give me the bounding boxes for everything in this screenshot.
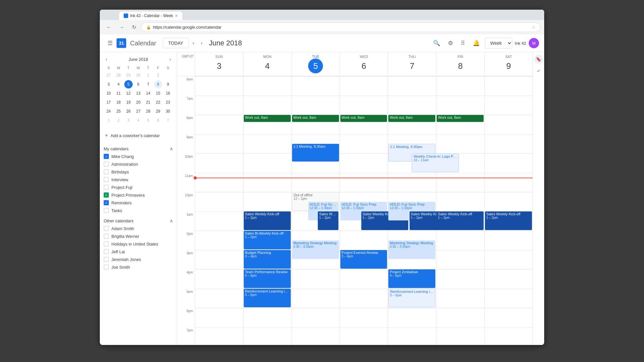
cell-4pm-day6[interactable] <box>484 269 533 289</box>
brigitta-checkbox[interactable] <box>104 234 109 239</box>
event-25[interactable]: Sales Weekly Kick-off1 – 2pm <box>485 211 532 230</box>
holidays-checkbox[interactable] <box>104 241 109 246</box>
cell-5pm-day6[interactable] <box>484 289 533 308</box>
birthdays-checkbox[interactable] <box>104 169 109 174</box>
cell-6pm-day4[interactable] <box>388 308 436 327</box>
cell-7pm-day4[interactable] <box>388 327 436 345</box>
cell-7am-day1[interactable] <box>243 96 291 115</box>
bookmark-icon[interactable]: ☆ <box>532 25 535 30</box>
cell-4pm-day0[interactable] <box>195 269 243 289</box>
cell-11am-day6[interactable] <box>484 173 533 192</box>
calendar-item-brigitta[interactable]: Brigitta Werner <box>104 232 173 240</box>
event-1[interactable]: Sales Weekly Kick-off1 – 2pm <box>244 211 291 230</box>
event-24[interactable]: Sales Weekly Kick-off1 – 2pm <box>437 211 484 230</box>
cell-2pm-day6[interactable] <box>484 231 533 250</box>
search-button[interactable]: 🔍 <box>431 37 443 49</box>
back-button[interactable]: ← <box>104 23 114 32</box>
add-coworker-button[interactable]: + Add a coworker's calendar <box>104 130 173 141</box>
event-22[interactable]: Reinforcement Learning in G Suite5 – 6pm <box>388 289 435 307</box>
cell-6pm-day2[interactable] <box>291 308 340 327</box>
cell-11am-day2[interactable] <box>291 173 340 192</box>
prev-week-button[interactable]: ‹ <box>190 38 197 48</box>
settings-button[interactable]: ⚙ <box>445 37 456 49</box>
cell-7am-day5[interactable] <box>436 96 484 115</box>
cell-7am-day4[interactable] <box>388 96 436 115</box>
event-out-of-office[interactable]: ✉Out of office12 – 1pm <box>244 192 291 211</box>
cell-5pm-day3[interactable] <box>340 289 388 308</box>
cell-6am-day2[interactable] <box>291 76 340 96</box>
cell-12pm-day0[interactable] <box>195 192 243 211</box>
event-23[interactable]: Work out, 8am <box>437 115 484 122</box>
cell-9am-day6[interactable] <box>484 134 533 153</box>
cell-7pm-day3[interactable] <box>340 327 388 345</box>
cell-11am-day4[interactable] <box>388 173 436 192</box>
event-10[interactable]: Marketing Strategy Meeting2:30 – 3:30pm <box>292 240 339 259</box>
cell-4pm-day3[interactable] <box>340 269 388 289</box>
event-9[interactable]: Sales Weekly Kick-off1 – 2pm <box>318 211 338 230</box>
event-17[interactable]: Weekly Check-in: Logo Project10 – 11am <box>412 153 459 172</box>
cell-2pm-day3[interactable] <box>340 231 388 250</box>
cell-2pm-day5[interactable] <box>436 231 484 250</box>
cell-6am-day4[interactable] <box>388 76 436 96</box>
cell-10am-day0[interactable] <box>195 153 243 173</box>
notifications-button[interactable]: 🔔 <box>470 37 482 49</box>
cell-11am-day5[interactable] <box>436 173 484 192</box>
calendar-item-birthdays[interactable]: Birthdays <box>104 168 173 176</box>
cell-12pm-day6[interactable] <box>484 192 533 211</box>
cell-6pm-day6[interactable] <box>484 308 533 327</box>
cell-1pm-day0[interactable] <box>195 211 243 231</box>
cell-3pm-day5[interactable] <box>436 250 484 269</box>
cell-7am-day6[interactable] <box>484 96 533 115</box>
event-14[interactable]: Project Everest Review3 – 4pm <box>340 250 387 269</box>
adam-checkbox[interactable] <box>104 226 109 231</box>
jeremiah-checkbox[interactable] <box>104 257 109 262</box>
calendar-item-project-fuji[interactable]: Project Fuji <box>104 183 173 191</box>
cell-11am-day3[interactable] <box>340 173 388 192</box>
cell-6am-day6[interactable] <box>484 76 533 96</box>
calendar-item-jeremiah[interactable]: Jeremiah Jones <box>104 255 173 263</box>
cell-6am-day0[interactable] <box>195 76 243 96</box>
cell-9am-day5[interactable] <box>436 134 484 153</box>
next-week-button[interactable]: › <box>198 38 205 48</box>
mini-cal-next[interactable]: › <box>167 56 173 62</box>
cell-7pm-day2[interactable] <box>291 327 340 345</box>
calendar-item-primavera[interactable]: ✓ Project Primavera <box>104 191 173 199</box>
check-sidebar-icon[interactable]: ✓ <box>534 66 543 75</box>
primavera-checkbox[interactable]: ✓ <box>104 192 109 198</box>
bookmark-sidebar-icon[interactable]: 🔖 <box>534 55 543 64</box>
joe-checkbox[interactable] <box>104 265 109 270</box>
calendar-item-reminders[interactable]: ✓ Reminders <box>104 199 173 207</box>
cell-5pm-day0[interactable] <box>195 289 243 308</box>
cell-7pm-day0[interactable] <box>195 327 243 345</box>
cell-7pm-day1[interactable] <box>243 327 291 345</box>
project-fuji-checkbox[interactable] <box>104 185 109 190</box>
event-15[interactable]: Work out, 8am <box>388 115 435 122</box>
tab-close-button[interactable]: ✕ <box>175 14 178 18</box>
cell-11am-day0[interactable] <box>195 173 243 192</box>
cell-6pm-day1[interactable] <box>243 308 291 327</box>
event-21[interactable]: Project Zimbabwe4 – 5pm <box>388 269 435 288</box>
calendar-item-adam[interactable]: Adam Smith <box>104 225 173 232</box>
cell-8am-day0[interactable] <box>195 115 243 134</box>
cell-7pm-day5[interactable] <box>436 327 484 345</box>
calendar-item-admin[interactable]: Administration <box>104 160 173 168</box>
cell-3pm-day0[interactable] <box>195 250 243 269</box>
event-0[interactable]: Work out, 8am <box>244 115 291 122</box>
menu-button[interactable]: ☰ <box>105 37 115 49</box>
mike-checkbox[interactable]: ✓ <box>104 154 109 159</box>
event-6[interactable]: 1:1 Meeting, 9:30am <box>292 144 339 162</box>
jeff-checkbox[interactable] <box>104 249 109 254</box>
cell-6am-day3[interactable] <box>340 76 388 96</box>
event-20[interactable]: Marketing Strategy Meeting2:30 – 3:30pm <box>388 240 435 259</box>
mini-cal-prev[interactable]: ‹ <box>104 56 109 62</box>
cell-2pm-day0[interactable] <box>195 231 243 250</box>
tasks-checkbox[interactable] <box>104 208 109 213</box>
other-calendars-header[interactable]: Other calendars ∧ <box>104 217 173 225</box>
event-2[interactable]: Budget Planning3 – 4pm <box>244 250 291 269</box>
cell-7pm-day6[interactable] <box>484 327 533 345</box>
cell-10am-day6[interactable] <box>484 153 533 173</box>
cell-4pm-day2[interactable] <box>291 269 340 289</box>
cell-7am-day3[interactable] <box>340 96 388 115</box>
event-4[interactable]: Reinforcement Learning in G Suite5 – 6pm <box>244 289 291 307</box>
reminders-checkbox[interactable]: ✓ <box>104 200 109 205</box>
